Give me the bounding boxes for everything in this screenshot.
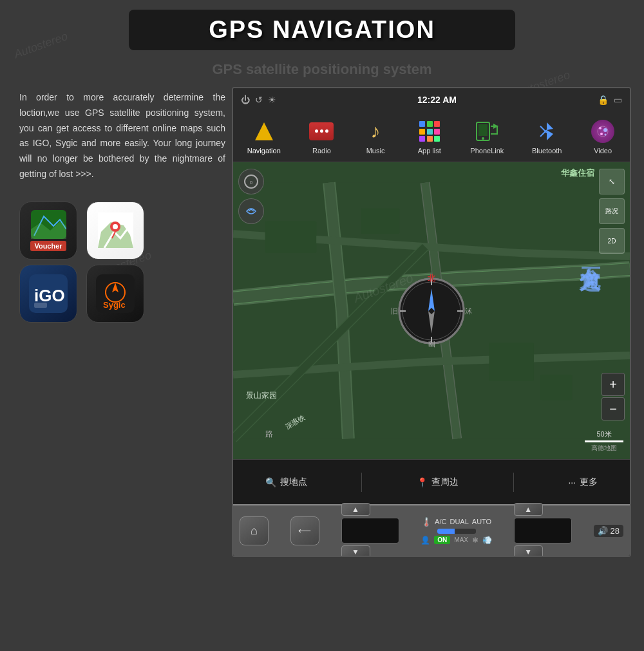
vol-down-btn[interactable]: ▼ — [341, 545, 370, 557]
status-icons-right: 🔒 ▭ — [598, 95, 622, 105]
compass-container: 北 沭 旧 幽 — [396, 276, 467, 346]
seat-icon: 👤 — [421, 536, 430, 545]
svg-point-24 — [599, 127, 601, 129]
zoom-controls: + − — [601, 373, 625, 420]
page-title: GPS NAVIGATION — [148, 16, 496, 44]
south-label: 幽 — [428, 339, 435, 349]
ac-controls: 🌡️ A/C DUAL AUTO 👤 ON MAX ❄ 💨 — [421, 517, 492, 545]
video-label: Video — [594, 147, 612, 155]
chan-down-btn[interactable]: ▼ — [514, 545, 543, 557]
rotate-icon: ↺ — [255, 95, 263, 105]
search-location-btn[interactable]: 🔍 搜地点 — [256, 471, 317, 493]
fullscreen-btn[interactable]: ⤡ — [599, 169, 625, 194]
menu-item-phonelink[interactable]: PhoneLink — [465, 115, 509, 158]
sygic-map-svg — [31, 210, 66, 239]
menu-item-radio[interactable]: Radio — [303, 115, 339, 158]
traffic-btn[interactable] — [238, 198, 264, 224]
scale-bar — [585, 440, 623, 442]
map-area: 华鑫住宿 0 景山家园 深惠铁 路 — [233, 162, 630, 459]
search-divider-2 — [513, 473, 514, 492]
menu-item-applist[interactable]: App list — [412, 115, 448, 158]
navigation-label: Navigation — [247, 147, 281, 155]
svg-point-25 — [603, 128, 607, 132]
svg-point-21 — [482, 137, 484, 140]
svg-rect-6 — [34, 303, 47, 308]
left-content: In order to more accurately determine th… — [19, 90, 225, 323]
svg-rect-11 — [427, 121, 433, 127]
vol-up-btn[interactable]: ▲ — [341, 503, 370, 516]
svg-text:Sygic: Sygic — [103, 300, 126, 310]
svg-rect-16 — [419, 136, 425, 142]
battery-icon: ▭ — [614, 95, 622, 105]
power-icon: ⏻ — [241, 95, 250, 105]
bottom-controls: ⌂ ⟵ ▲ ▼ 🌡️ A/C DUAL AUTO 👤 ON MAX ❄ — [233, 504, 630, 556]
svg-rect-32 — [540, 375, 573, 401]
map-buttons-right: ⤡ 路况 2D — [599, 169, 625, 254]
zoom-out-btn[interactable]: − — [601, 397, 625, 420]
traffic-condition-btn[interactable]: 路况 — [599, 198, 625, 224]
radio-dot-2 — [320, 129, 323, 133]
menu-item-music[interactable]: ♪ Music — [357, 115, 393, 158]
phonelink-label: PhoneLink — [470, 147, 504, 155]
svg-point-26 — [600, 133, 603, 135]
map-buttons-left: 0 — [238, 169, 264, 224]
ac-bottom-row: 👤 ON MAX ❄ 💨 — [421, 536, 492, 545]
more-btn[interactable]: ··· 更多 — [558, 471, 607, 493]
bluetooth-label: Bluetooth — [532, 147, 562, 155]
svg-rect-10 — [419, 121, 425, 127]
nearby-icon: 📍 — [417, 477, 428, 487]
menu-item-navigation[interactable]: Navigation — [242, 115, 286, 158]
voucher-label: Voucher — [30, 241, 66, 251]
radio-dots — [315, 129, 328, 133]
more-icon: ··· — [568, 477, 576, 487]
status-time: 12:22 AM — [417, 95, 457, 105]
applist-label: App list — [418, 147, 441, 155]
view-mode-btn[interactable]: 2D — [599, 228, 625, 254]
ac-indicator-fill — [437, 529, 455, 534]
svg-point-27 — [605, 133, 607, 135]
search-location-icon: 🔍 — [265, 477, 276, 487]
nearby-search-btn[interactable]: 📍 查周边 — [407, 471, 468, 493]
ac-temp-icon: ❄ — [472, 536, 478, 545]
zoom-in-btn[interactable]: + — [601, 373, 625, 396]
radio-icon-container — [308, 118, 334, 144]
navigation-icon-container — [251, 118, 277, 144]
watermark-1: Autostereo — [12, 30, 70, 62]
svg-text:0: 0 — [250, 180, 253, 185]
status-bar: ⏻ ↺ ☀ 12:22 AM 🔒 ▭ — [233, 88, 630, 111]
ac-fan-icon: 🌡️ — [421, 517, 431, 527]
voucher-app-icon[interactable]: Voucher — [19, 202, 77, 259]
app-menu: Navigation Radio ♪ Music — [233, 111, 630, 162]
menu-item-video[interactable]: Video — [585, 115, 621, 158]
svg-rect-31 — [489, 343, 534, 381]
nearby-label: 查周边 — [431, 476, 459, 488]
east-label: 沭 — [465, 306, 472, 316]
ac-top-row: 🌡️ A/C DUAL AUTO — [421, 517, 491, 527]
igo-app-icon[interactable]: iGO — [19, 265, 77, 323]
phonelink-icon-container — [474, 118, 500, 144]
chan-up-btn[interactable]: ▲ — [514, 503, 543, 516]
lock-icon: 🔒 — [598, 95, 609, 105]
brightness-icon: ☀ — [268, 95, 276, 105]
chan-screen — [514, 518, 572, 543]
radio-dot-1 — [315, 129, 318, 133]
phonelink-icon — [475, 120, 498, 143]
applist-icon — [418, 120, 441, 143]
dual-label: DUAL — [450, 518, 468, 525]
sygic-app-icon[interactable]: Sygic — [86, 265, 144, 323]
back-btn[interactable]: ⟵ — [290, 516, 319, 545]
svg-point-3 — [113, 224, 118, 229]
radio-icon — [309, 122, 334, 140]
music-note-icon: ♪ — [371, 120, 381, 142]
home-btn[interactable]: ⌂ — [240, 516, 269, 545]
search-divider-1 — [361, 473, 362, 492]
svg-rect-30 — [361, 209, 400, 234]
ac-label: A/C — [435, 518, 446, 525]
menu-item-bluetooth[interactable]: Bluetooth — [527, 115, 567, 158]
igo-svg: iGO — [29, 274, 68, 313]
svg-rect-20 — [478, 124, 488, 136]
radio-label: Radio — [312, 147, 331, 155]
google-maps-app-icon[interactable] — [86, 202, 144, 259]
speed-limit-btn[interactable]: 0 — [238, 169, 264, 194]
svg-rect-13 — [419, 129, 425, 135]
